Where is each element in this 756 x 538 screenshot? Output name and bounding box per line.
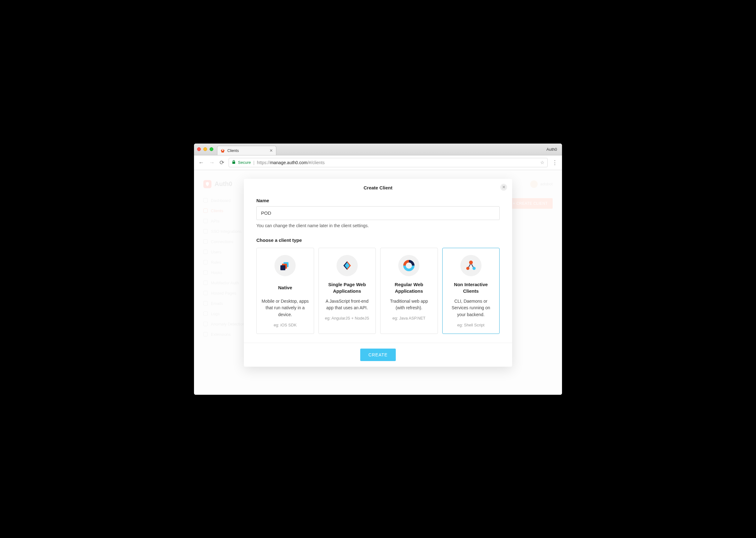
native-icon [274,255,296,276]
create-button[interactable]: CREATE [360,349,396,361]
bookmark-star-icon[interactable]: ☆ [540,160,544,165]
modal-header: Create Client ✕ [244,179,512,195]
url-separator: | [253,160,255,165]
svg-rect-2 [232,162,235,164]
nav-back-button[interactable]: ← [198,159,205,166]
svg-rect-5 [280,265,285,270]
url-host: manage.auth0.com [270,160,307,165]
svg-point-14 [473,267,476,270]
card-desc: CLI, Daemons or Services running on your… [447,298,495,318]
window-controls [197,147,213,151]
client-type-regular-web[interactable]: Regular Web Applications Traditional web… [380,248,438,334]
lock-icon [232,160,235,165]
card-example: eg: iOS SDK [261,323,309,327]
card-example: eg: AngularJS + NodeJS [323,316,371,320]
card-example: eg: Java ASP.NET [385,316,433,320]
client-type-options: Native Mobile or Desktop, apps that run … [257,248,499,334]
auth0-favicon [220,148,225,153]
card-example: eg: Shell Script [447,323,495,327]
card-title: Native [261,281,309,294]
name-help-text: You can change the client name later in … [257,223,499,228]
client-type-native[interactable]: Native Mobile or Desktop, apps that run … [257,248,314,334]
window-minimize-button[interactable] [203,147,207,151]
card-title: Single Page Web Applications [323,281,371,294]
svg-point-12 [469,261,473,264]
browser-window: Clients ✕ Auth0 ← → ⟳ Secure | https://m… [194,143,562,395]
card-desc: A JavaScript front-end app that uses an … [323,298,371,311]
spa-icon [337,255,358,276]
name-field-label: Name [257,198,499,203]
url-scheme: https:// [257,160,270,165]
url-text: https://manage.auth0.com/#/clients [257,160,325,165]
browser-titlebar: Clients ✕ Auth0 [194,143,562,155]
browser-menu-icon[interactable]: ⋮ [551,159,558,166]
page-viewport: Auth0 adobot DashboardClientsAPIsSSO Int… [194,170,562,395]
nav-reload-button[interactable]: ⟳ [219,159,225,166]
window-close-button[interactable] [197,147,201,151]
non-interactive-icon [460,255,482,276]
window-profile-label: Auth0 [546,147,559,152]
browser-toolbar: ← → ⟳ Secure | https://manage.auth0.com/… [194,155,562,170]
card-desc: Traditional web app (with refresh). [385,298,433,311]
client-type-non-interactive[interactable]: Non Interactive Clients CLI, Daemons or … [442,248,500,334]
nav-forward-button[interactable]: → [208,159,215,166]
modal-close-button[interactable]: ✕ [500,184,507,191]
modal-title: Create Client [364,185,393,190]
browser-tab[interactable]: Clients ✕ [217,146,276,155]
url-path: /#/clients [307,160,325,165]
client-type-spa[interactable]: Single Page Web Applications A JavaScrip… [318,248,376,334]
card-title: Regular Web Applications [385,281,433,294]
tab-title: Clients [227,148,239,153]
regular-web-icon [398,255,419,276]
tab-close-icon[interactable]: ✕ [269,148,273,153]
svg-point-13 [466,267,469,270]
window-maximize-button[interactable] [210,147,213,151]
client-type-label: Choose a client type [257,238,499,243]
modal-footer: CREATE [244,343,512,367]
card-title: Non Interactive Clients [447,281,495,294]
create-client-modal: Create Client ✕ Name You can change the … [244,179,512,367]
client-name-input[interactable] [257,206,499,220]
url-bar[interactable]: Secure | https://manage.auth0.com/#/clie… [229,158,548,167]
card-desc: Mobile or Desktop, apps that run nativel… [261,298,309,318]
secure-label: Secure [238,160,251,165]
